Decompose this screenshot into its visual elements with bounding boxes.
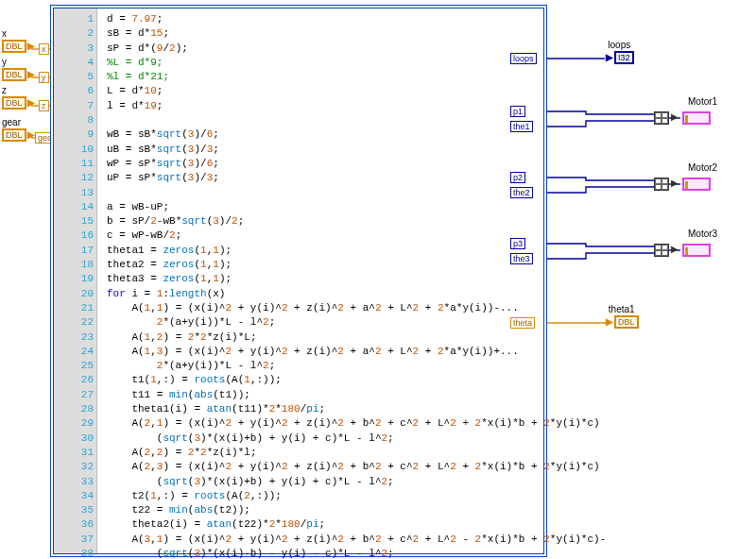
mathscript-node[interactable]: 1d = 7.97;2sB = d*15;3sP = d*(9/2);4%L =… <box>50 5 547 557</box>
indicator-motor3-label: Motor3 <box>688 229 717 239</box>
arrow-right-icon: ▶ <box>27 69 35 79</box>
tunnel-the3: the3 <box>510 253 533 264</box>
code-line-23: 23 A(1,2) = 2*2*z(i)*L; <box>65 330 541 345</box>
code-line-36: 36 theta2(i) = atan(t22)*2*180/pi; <box>65 517 541 532</box>
code-line-25: 25 2*(a+y(i))*L - l^2; <box>65 359 541 373</box>
code-line-22: 22 2*(a+y(i))*L - l^2; <box>65 315 541 330</box>
indicator-theta1-label: theta1 <box>609 304 635 314</box>
indicator-loops-label: loops <box>608 40 630 50</box>
code-area[interactable]: 1d = 7.97;2sB = d*15;3sP = d*(9/2);4%L =… <box>65 12 541 559</box>
code-line-26: 26 t1(1,:) = roots(A(1,:)); <box>65 373 541 387</box>
control-gear-label: gear <box>2 117 36 128</box>
control-x-label: x <box>2 28 36 40</box>
code-line-34: 34 t2(1,:) = roots(A(2,:)); <box>65 489 541 503</box>
indicator-theta1-type: DBL <box>614 315 639 329</box>
code-line-8: 8 <box>65 113 541 127</box>
tunnel-loops: loops <box>510 53 537 64</box>
code-line-7: 7l = d*19; <box>65 99 541 113</box>
indicator-loops-type: I32 <box>614 51 634 64</box>
indicator-theta1[interactable]: theta1 ▶DBL <box>605 304 639 329</box>
control-gear-type: DBL <box>2 128 26 142</box>
bundle-node-motor1[interactable] <box>654 111 669 125</box>
code-line-10: 10uB = sB*sqrt(3)/3; <box>65 143 541 157</box>
tunnel-p2: p2 <box>510 172 525 183</box>
code-line-15: 15b = sP/2-wB*sqrt(3)/2; <box>65 214 541 229</box>
control-x-type: DBL <box>2 40 26 53</box>
code-line-5: 5%l = d*21; <box>65 70 541 84</box>
code-line-35: 35 t22 = min(abs(t2)); <box>65 503 541 517</box>
control-z-type: DBL <box>2 96 26 110</box>
bundle-node-motor3[interactable] <box>654 244 669 257</box>
code-line-30: 30 (sqrt(3)*(x(i)+b) + y(i) + c)*L - l^2… <box>65 432 541 446</box>
code-line-6: 6L = d*10; <box>65 84 541 98</box>
tunnel-the2: the2 <box>510 187 533 198</box>
code-line-18: 18theta2 = zeros(1,1); <box>65 258 541 272</box>
code-line-3: 3sP = d*(9/2); <box>65 42 541 56</box>
code-line-24: 24 A(1,3) = (x(i)^2 + y(i)^2 + z(i)^2 + … <box>65 345 541 359</box>
bundle-node-motor2[interactable] <box>654 178 669 191</box>
code-line-14: 14a = wB-uP; <box>65 200 541 214</box>
code-line-20: 20for i = 1:length(x) <box>65 287 541 301</box>
tunnel-z: z <box>39 100 49 111</box>
control-gear[interactable]: gear DBL▶ <box>2 117 36 142</box>
code-line-38: 38 (sqrt(3)*(x(i)-b) - y(i) - c)*L - l^2… <box>65 547 541 559</box>
arrow-right-icon: ▶ <box>27 97 35 108</box>
arrow-right-icon: ▶ <box>671 111 679 122</box>
code-line-1: 1d = 7.97; <box>65 12 541 26</box>
indicator-motor2[interactable] <box>682 178 711 191</box>
control-y-label: y <box>2 57 36 68</box>
code-line-28: 28 theta1(i) = atan(t11)*2*180/pi; <box>65 402 541 416</box>
code-line-11: 11wP = sP*sqrt(3)/6; <box>65 157 541 171</box>
code-line-12: 12uP = sP*sqrt(3)/3; <box>65 171 541 185</box>
code-line-37: 37 A(3,1) = (x(i)^2 + y(i)^2 + z(i)^2 + … <box>65 533 541 547</box>
indicator-motor1[interactable] <box>682 111 711 125</box>
tunnel-p3: p3 <box>510 238 525 249</box>
indicator-motor1-label: Motor1 <box>688 96 717 107</box>
code-line-19: 19theta3 = zeros(1,1); <box>65 272 541 286</box>
code-line-17: 17theta1 = zeros(1,1); <box>65 244 541 258</box>
code-line-4: 4%L = d*9; <box>65 56 541 70</box>
tunnel-x: x <box>39 43 49 55</box>
arrow-right-icon: ▶ <box>606 52 613 62</box>
code-line-27: 27 t11 = min(abs(t1)); <box>65 388 541 402</box>
code-line-9: 9wB = sB*sqrt(3)/6; <box>65 127 541 142</box>
control-y[interactable]: y DBL▶ <box>2 57 36 81</box>
arrow-right-icon: ▶ <box>671 178 679 188</box>
tunnel-p1: p1 <box>510 106 525 117</box>
code-line-2: 2sB = d*15; <box>65 26 541 41</box>
code-line-31: 31 A(2,2) = 2*2*z(i)*l; <box>65 446 541 460</box>
arrow-right-icon: ▶ <box>27 129 35 140</box>
code-line-16: 16c = wP-wB/2; <box>65 229 541 243</box>
code-line-32: 32 A(2,3) = (x(i)^2 + y(i)^2 + z(i)^2 + … <box>65 460 541 474</box>
indicator-motor2-label: Motor2 <box>688 162 717 173</box>
arrow-right-icon: ▶ <box>671 244 679 254</box>
arrow-right-icon: ▶ <box>606 316 613 327</box>
code-line-13: 13 <box>65 186 541 200</box>
code-line-33: 33 (sqrt(3)*(x(i)+b) + y(i) + c)*L - l^2… <box>65 475 541 489</box>
indicator-motor3[interactable] <box>682 244 711 257</box>
tunnel-y: y <box>39 72 49 83</box>
control-y-type: DBL <box>2 68 26 81</box>
code-line-29: 29 A(2,1) = (x(i)^2 + y(i)^2 + z(i)^2 + … <box>65 416 541 431</box>
control-x[interactable]: x DBL▶ <box>2 28 36 53</box>
control-z[interactable]: z DBL▶ <box>2 85 36 110</box>
code-line-21: 21 A(1,1) = (x(i)^2 + y(i)^2 + z(i)^2 + … <box>65 301 541 315</box>
tunnel-theta: theta <box>510 317 535 329</box>
control-z-label: z <box>2 85 36 96</box>
indicator-loops[interactable]: loops ▶I32 <box>605 40 634 64</box>
tunnel-the1: the1 <box>510 121 533 132</box>
arrow-right-icon: ▶ <box>27 41 35 51</box>
